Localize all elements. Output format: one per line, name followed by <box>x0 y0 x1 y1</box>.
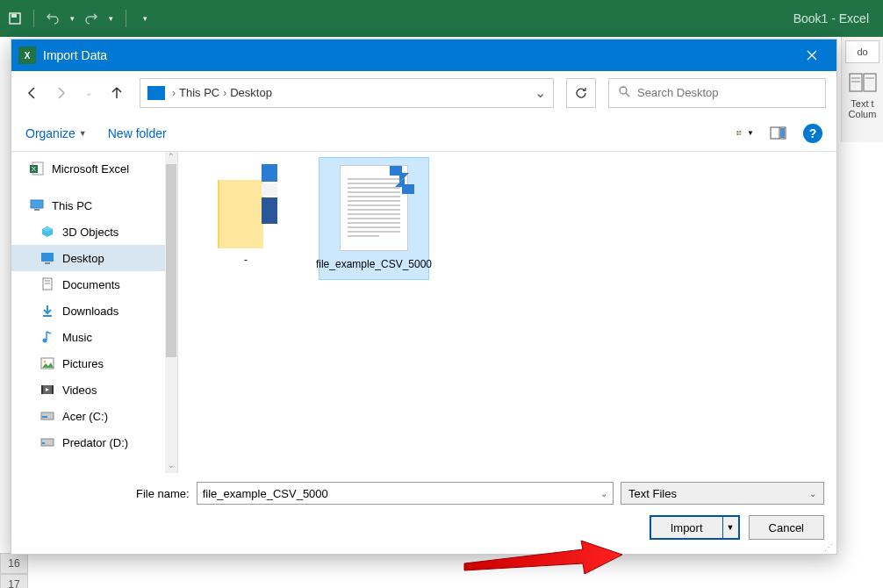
svg-point-29 <box>44 361 47 363</box>
preview-pane-button[interactable] <box>770 125 787 141</box>
grid-row-17: 17 <box>0 574 883 588</box>
quick-access-toolbar: ▾ ▾ ▾ <box>7 10 153 27</box>
back-button[interactable] <box>22 82 43 104</box>
ribbon-tab-fragment[interactable]: do <box>845 40 879 63</box>
svg-rect-31 <box>41 385 43 394</box>
sidebar-item-label: Predator (D:) <box>62 436 128 449</box>
filename-value: file_example_CSV_5000 <box>203 487 328 500</box>
undo-icon[interactable] <box>45 11 61 26</box>
svg-point-27 <box>43 339 47 343</box>
sidebar-item-predator-d[interactable]: Predator (D:) <box>11 429 177 455</box>
organize-button[interactable]: Organize ▼ <box>25 126 87 140</box>
up-button[interactable] <box>106 82 127 104</box>
sidebar-scrollbar[interactable]: ⌃ ⌄ <box>165 152 177 473</box>
svg-rect-3 <box>864 74 876 91</box>
excel-icon: X <box>29 161 45 176</box>
excel-app-icon: X <box>18 47 36 64</box>
new-folder-button[interactable]: New folder <box>108 126 167 140</box>
sidebar-item-this-pc[interactable]: This PC <box>11 192 177 219</box>
search-box[interactable] <box>608 78 826 108</box>
refresh-button[interactable] <box>566 78 596 108</box>
svg-rect-21 <box>41 253 54 262</box>
qat-customize-icon[interactable]: ▾ <box>137 11 153 26</box>
chevron-right-icon[interactable]: › <box>172 87 176 99</box>
import-dropdown[interactable]: ▼ <box>722 517 738 538</box>
sidebar-item-music[interactable]: Music <box>11 324 177 350</box>
folder-name: - <box>244 254 248 268</box>
sidebar-item-acer-c[interactable]: Acer (C:) <box>11 403 177 429</box>
breadcrumb[interactable]: › This PC › Desktop ⌄ <box>140 78 554 108</box>
workbook-title: Book1 - Excel <box>793 11 869 25</box>
dialog-body: X Microsoft Excel This PC 3D Objects Des… <box>11 152 836 473</box>
drive-icon <box>39 435 55 449</box>
redo-icon[interactable] <box>83 11 99 26</box>
view-options-button[interactable]: ▼ <box>736 125 754 141</box>
sidebar-item-label: Downloads <box>62 305 118 318</box>
drive-icon <box>39 409 55 423</box>
cancel-button[interactable]: Cancel <box>749 515 824 540</box>
close-button[interactable] <box>794 39 829 71</box>
pc-icon <box>29 198 45 212</box>
import-data-dialog: X Import Data ⌄ › This PC › Desktop ⌄ <box>11 39 837 555</box>
close-icon <box>807 50 817 61</box>
redo-dropdown-icon[interactable]: ▾ <box>106 11 115 26</box>
chevron-down-icon[interactable]: ⌄ <box>600 489 607 498</box>
help-button[interactable]: ? <box>803 124 822 143</box>
svg-rect-9 <box>736 131 738 133</box>
sidebar-item-3d-objects[interactable]: 3D Objects <box>11 219 177 245</box>
dialog-titlebar[interactable]: X Import Data <box>11 39 836 71</box>
sidebar-item-label: Documents <box>62 278 120 291</box>
row-header[interactable]: 16 <box>0 553 28 574</box>
svg-rect-19 <box>31 200 43 208</box>
file-name: file_example_CSV_5000 <box>316 258 432 272</box>
pictures-icon <box>39 356 55 370</box>
sidebar: X Microsoft Excel This PC 3D Objects Des… <box>11 152 178 473</box>
forward-button[interactable] <box>50 82 71 104</box>
chevron-down-icon: ▼ <box>727 523 735 532</box>
svg-text:X: X <box>32 165 37 173</box>
sidebar-item-label: This PC <box>52 199 92 212</box>
file-tile-csv[interactable]: file_example_CSV_5000 <box>319 157 429 280</box>
sidebar-item-downloads[interactable]: Downloads <box>11 298 177 324</box>
filename-label: File name: <box>136 487 190 500</box>
sidebar-item-desktop[interactable]: Desktop <box>11 245 177 271</box>
svg-rect-12 <box>739 133 741 135</box>
chevron-down-icon: ▼ <box>79 129 87 138</box>
music-icon <box>39 330 55 344</box>
navigation-bar: ⌄ › This PC › Desktop ⌄ <box>11 71 836 115</box>
documents-icon <box>39 277 55 291</box>
save-icon[interactable] <box>7 11 23 26</box>
svg-rect-1 <box>11 14 17 18</box>
import-button-label[interactable]: Import <box>651 517 722 538</box>
videos-icon <box>39 383 55 397</box>
resize-grip[interactable]: ⋰ <box>824 542 833 552</box>
sidebar-item-pictures[interactable]: Pictures <box>11 350 177 376</box>
grid-row-16: 16 <box>0 553 883 574</box>
breadcrumb-dropdown-icon[interactable]: ⌄ <box>535 84 546 101</box>
sidebar-item-label: Music <box>62 331 92 344</box>
text-to-columns-icon[interactable] <box>848 70 878 97</box>
svg-rect-34 <box>42 416 47 418</box>
sidebar-item-label: Videos <box>62 384 97 397</box>
undo-dropdown-icon[interactable]: ▾ <box>68 11 76 26</box>
sidebar-item-documents[interactable]: Documents <box>11 271 177 298</box>
recent-dropdown[interactable]: ⌄ <box>78 82 99 104</box>
filename-input[interactable]: file_example_CSV_5000 ⌄ <box>197 482 614 505</box>
sidebar-item-excel[interactable]: X Microsoft Excel <box>11 155 177 182</box>
breadcrumb-this-pc[interactable]: This PC <box>179 86 219 99</box>
breadcrumb-desktop[interactable]: Desktop <box>230 86 272 99</box>
search-input[interactable] <box>637 86 816 99</box>
sidebar-item-label: Desktop <box>62 252 104 265</box>
chevron-right-icon[interactable]: › <box>223 87 226 99</box>
import-arrows-icon <box>384 162 414 192</box>
dialog-footer: File name: file_example_CSV_5000 ⌄ Text … <box>11 473 836 554</box>
file-type-filter[interactable]: Text Files ⌄ <box>621 482 824 505</box>
excel-titlebar: ▾ ▾ ▾ Book1 - Excel <box>0 0 883 37</box>
pc-icon <box>147 86 165 100</box>
folder-tile[interactable]: - <box>190 157 301 275</box>
file-list[interactable]: - file_example_CSV_5000 <box>178 152 836 473</box>
scrollbar-thumb[interactable] <box>166 164 176 357</box>
row-header[interactable]: 17 <box>0 574 28 588</box>
sidebar-item-videos[interactable]: Videos <box>11 376 177 403</box>
import-button[interactable]: Import ▼ <box>650 515 740 540</box>
